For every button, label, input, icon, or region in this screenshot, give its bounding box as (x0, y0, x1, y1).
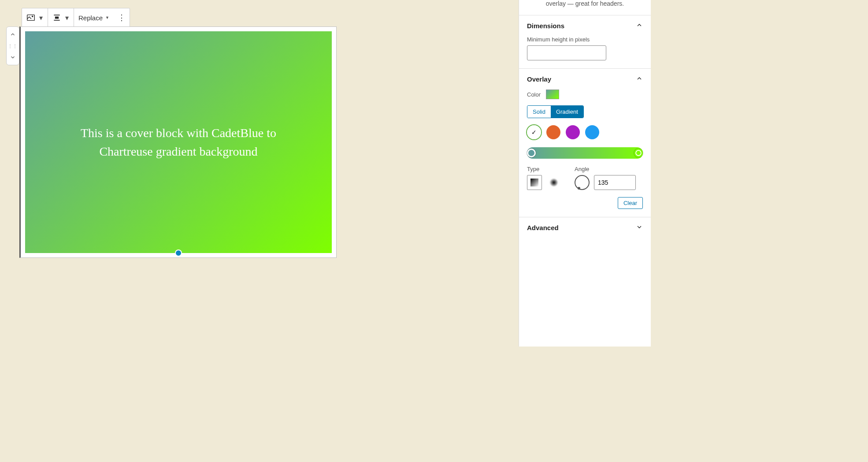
angle-input[interactable] (594, 175, 636, 190)
block-type-group: ▾ (22, 8, 48, 27)
replace-dropdown-icon: ▼ (105, 15, 109, 20)
resize-handle[interactable] (175, 250, 182, 257)
drag-handle-icon[interactable]: ⋮⋮ (7, 40, 19, 52)
chevron-up-icon (636, 75, 643, 83)
gradient-type-col: Type (527, 166, 561, 190)
overlay-color-label: Color (527, 91, 541, 98)
cover-block-wrapper[interactable]: This is a cover block with CadetBlue to … (19, 26, 337, 258)
alignment-dropdown-icon[interactable]: ▾ (64, 15, 70, 21)
preset-blue[interactable] (585, 125, 599, 139)
gradient-presets (527, 125, 643, 139)
overlay-title: Overlay (527, 75, 551, 83)
settings-sidebar: overlay — great for headers. Dimensions … (519, 0, 651, 346)
clear-button[interactable]: Clear (618, 197, 643, 209)
chevron-down-icon (636, 224, 643, 232)
overlay-panel-toggle[interactable]: Overlay (527, 75, 643, 83)
seg-gradient-button[interactable]: Gradient (551, 106, 583, 118)
advanced-panel-toggle[interactable]: Advanced (519, 217, 651, 238)
svg-point-1 (32, 16, 33, 17)
seg-solid-button[interactable]: Solid (527, 106, 551, 118)
gradient-angle-col: Angle (575, 166, 636, 190)
block-toolbar: ▾ ▾ Replace ▼ ⋮ (22, 8, 130, 27)
svg-rect-2 (54, 15, 59, 15)
gradient-type-linear[interactable] (527, 175, 542, 190)
move-up-button[interactable] (7, 29, 19, 40)
move-down-button[interactable] (7, 52, 19, 63)
overlay-color-row: Color (527, 89, 643, 99)
dimensions-panel: Dimensions Minimum height in pixels (519, 15, 651, 68)
alignment-icon[interactable] (52, 12, 62, 23)
gradient-stop-start[interactable] (527, 149, 536, 157)
gradient-bar[interactable] (527, 147, 643, 159)
preset-purple[interactable] (566, 125, 580, 139)
type-angle-row: Type Angle (527, 166, 643, 190)
block-mover-toolbar: ⋮⋮ (6, 26, 19, 65)
cover-block-text[interactable]: This is a cover block with CadetBlue to … (56, 124, 301, 161)
block-description: overlay — great for headers. (519, 0, 651, 15)
preset-selected[interactable] (527, 125, 541, 139)
gradient-stop-end[interactable] (634, 149, 643, 157)
replace-label: Replace (78, 14, 103, 22)
angle-label: Angle (575, 166, 636, 172)
dimensions-title: Dimensions (527, 22, 564, 30)
cover-block[interactable]: This is a cover block with CadetBlue to … (25, 31, 332, 253)
chevron-up-icon (636, 22, 643, 30)
preset-orange[interactable] (546, 125, 560, 139)
overlay-color-swatch[interactable] (546, 89, 559, 99)
angle-dial[interactable] (575, 175, 590, 190)
more-options-button[interactable]: ⋮ (114, 8, 130, 27)
replace-button[interactable]: Replace ▼ (74, 8, 114, 27)
min-height-label: Minimum height in pixels (527, 36, 643, 43)
block-type-dropdown-icon[interactable]: ▾ (38, 15, 44, 21)
overlay-panel: Overlay Color Solid Gradient Type (519, 68, 651, 217)
dimensions-panel-toggle[interactable]: Dimensions (527, 22, 643, 30)
advanced-title: Advanced (527, 224, 559, 231)
overlay-mode-segmented: Solid Gradient (527, 105, 584, 118)
gradient-type-radial[interactable] (546, 175, 561, 190)
svg-rect-3 (55, 17, 59, 19)
type-label: Type (527, 166, 561, 172)
svg-rect-4 (54, 20, 59, 21)
cover-block-icon[interactable] (26, 12, 36, 23)
min-height-input[interactable] (527, 45, 606, 60)
alignment-group: ▾ (48, 8, 74, 27)
